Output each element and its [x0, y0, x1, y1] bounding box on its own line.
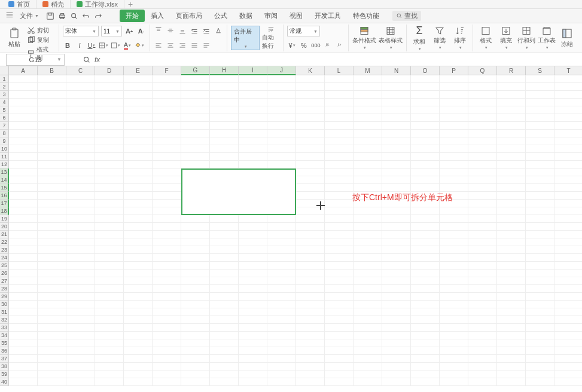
cell[interactable]	[153, 83, 181, 91]
cell[interactable]	[239, 130, 267, 137]
cell[interactable]	[325, 91, 354, 99]
cell[interactable]	[210, 223, 239, 231]
row-header[interactable]: 32	[0, 316, 9, 324]
cell[interactable]	[124, 370, 153, 378]
cell[interactable]	[554, 277, 582, 285]
font-size-select[interactable]: 11▼	[101, 26, 122, 36]
orientation-icon[interactable]	[214, 26, 223, 35]
cell[interactable]	[382, 254, 411, 262]
cell[interactable]	[411, 145, 440, 153]
merge-center-button[interactable]: 合并居中▾	[231, 26, 260, 50]
row-header[interactable]: 36	[0, 347, 9, 355]
cell[interactable]	[526, 169, 554, 176]
cell[interactable]	[411, 308, 440, 316]
row-header[interactable]: 17	[0, 200, 9, 207]
cell[interactable]	[354, 370, 382, 378]
cell[interactable]	[267, 316, 296, 324]
cell[interactable]	[124, 207, 153, 215]
font-color-button[interactable]: A▾	[123, 41, 132, 50]
cell[interactable]	[440, 262, 468, 270]
cell[interactable]	[267, 207, 296, 215]
column-header[interactable]: H	[210, 66, 239, 75]
cell[interactable]	[411, 153, 440, 161]
cell[interactable]	[440, 99, 468, 106]
cell[interactable]	[9, 91, 38, 99]
cell[interactable]	[526, 378, 554, 386]
cell[interactable]	[354, 363, 382, 370]
cell[interactable]	[95, 91, 124, 99]
cell[interactable]	[181, 270, 210, 277]
justify-icon[interactable]	[190, 41, 199, 50]
cell[interactable]	[468, 137, 497, 145]
cell[interactable]	[95, 192, 124, 200]
cell[interactable]	[181, 355, 210, 363]
cell[interactable]	[267, 184, 296, 192]
cell[interactable]	[66, 106, 95, 114]
cell[interactable]	[382, 363, 411, 370]
cell[interactable]	[325, 378, 354, 386]
cell[interactable]	[124, 200, 153, 207]
cell[interactable]	[554, 231, 582, 238]
cell[interactable]	[267, 378, 296, 386]
cell[interactable]	[124, 355, 153, 363]
cell[interactable]	[9, 316, 38, 324]
cell[interactable]	[325, 246, 354, 254]
cell[interactable]	[9, 106, 38, 114]
cell[interactable]	[554, 223, 582, 231]
cell[interactable]	[382, 122, 411, 130]
cell[interactable]	[354, 316, 382, 324]
cell[interactable]	[468, 192, 497, 200]
cell[interactable]	[468, 122, 497, 130]
cell[interactable]	[239, 339, 267, 347]
cell[interactable]	[38, 355, 66, 363]
align-right-icon[interactable]	[178, 41, 187, 50]
cell[interactable]	[38, 122, 66, 130]
cell[interactable]	[9, 238, 38, 246]
cell[interactable]	[9, 176, 38, 184]
column-header[interactable]: B	[38, 66, 66, 75]
table-style-button[interactable]: 表格样式▾	[379, 26, 403, 50]
cell[interactable]	[296, 246, 325, 254]
cell[interactable]	[411, 137, 440, 145]
cell[interactable]	[382, 378, 411, 386]
cell[interactable]	[38, 378, 66, 386]
cell[interactable]	[9, 114, 38, 122]
cell[interactable]	[38, 223, 66, 231]
cell[interactable]	[124, 277, 153, 285]
column-header[interactable]: S	[526, 66, 554, 75]
cell[interactable]	[497, 153, 526, 161]
cell[interactable]	[239, 370, 267, 378]
cell[interactable]	[554, 378, 582, 386]
column-header[interactable]: R	[497, 66, 526, 75]
column-header[interactable]: K	[296, 66, 325, 75]
cell[interactable]	[526, 184, 554, 192]
cell[interactable]	[153, 200, 181, 207]
cell[interactable]	[497, 277, 526, 285]
cell[interactable]	[210, 347, 239, 355]
cell[interactable]	[440, 285, 468, 293]
cell[interactable]	[38, 114, 66, 122]
cell[interactable]	[468, 223, 497, 231]
select-all-corner[interactable]	[0, 66, 9, 75]
cell[interactable]	[382, 161, 411, 169]
cell[interactable]	[210, 277, 239, 285]
cell[interactable]	[124, 184, 153, 192]
cell[interactable]	[210, 169, 239, 176]
cell[interactable]	[325, 238, 354, 246]
cell[interactable]	[267, 106, 296, 114]
cell[interactable]	[181, 130, 210, 137]
cell[interactable]	[95, 332, 124, 339]
cell[interactable]	[66, 347, 95, 355]
cell[interactable]	[325, 176, 354, 184]
cell[interactable]	[382, 145, 411, 153]
cell[interactable]	[181, 332, 210, 339]
cell[interactable]	[210, 332, 239, 339]
cell[interactable]	[325, 270, 354, 277]
cell[interactable]	[497, 184, 526, 192]
cell[interactable]	[181, 293, 210, 301]
save-icon[interactable]	[45, 11, 56, 22]
cell[interactable]	[66, 378, 95, 386]
cell[interactable]	[554, 301, 582, 308]
cell[interactable]	[497, 169, 526, 176]
cell[interactable]	[66, 254, 95, 262]
